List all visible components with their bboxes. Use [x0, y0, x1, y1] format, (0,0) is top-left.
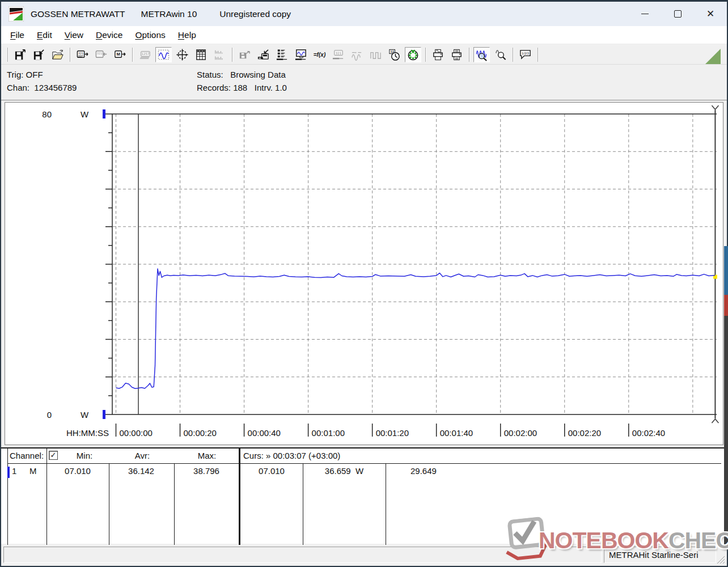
save-data-button[interactable] — [31, 47, 47, 62]
view-numeric-icon: 1257 — [138, 48, 151, 61]
toolbar-separator — [70, 48, 70, 62]
channel-list: Chan: 123456789 — [7, 83, 77, 92]
close-button[interactable]: ✕ — [694, 2, 727, 26]
time-settings-button[interactable]: 12 — [386, 47, 403, 62]
svg-text:00:00:40: 00:00:40 — [248, 428, 281, 438]
formula-button[interactable]: =f(x) — [311, 47, 328, 62]
channel-mode: M — [29, 466, 37, 476]
view-data-table-button[interactable] — [193, 47, 209, 62]
channel-config-button[interactable] — [274, 47, 290, 62]
svg-text:00:00:00: 00:00:00 — [120, 428, 153, 438]
avr-header: Avr: — [135, 451, 150, 460]
svg-text:00:02:00: 00:02:00 — [504, 428, 537, 438]
window-controls: ✕ — [628, 2, 727, 26]
resize-grip[interactable] — [716, 555, 725, 564]
zoom-out-button[interactable] — [492, 47, 509, 62]
save-chart-icon — [14, 48, 27, 61]
value-tooltip-button[interactable]: 1/2/3 — [517, 47, 534, 62]
print-chart-button[interactable] — [430, 47, 446, 62]
menu-file[interactable]: File — [4, 28, 31, 43]
device-monitor-button[interactable] — [293, 47, 309, 62]
zoom-mode-button[interactable] — [473, 47, 490, 62]
status-bar: METRAHit Starline-Seri — [1, 545, 727, 566]
table-border — [386, 463, 386, 545]
chart-plot[interactable]: 80W0WHH:MM:SS00:00:0000:00:2000:00:4000:… — [5, 103, 723, 445]
wave-markers-button[interactable] — [349, 47, 365, 62]
records-text: Records: 188 Intrv. 1.0 — [197, 83, 287, 92]
pulse-wave-icon — [369, 48, 382, 61]
corner-triangle-decoration — [705, 49, 721, 64]
svg-text:0: 0 — [47, 410, 52, 420]
read-from-device-button[interactable]: 321 — [74, 47, 91, 62]
svg-text:00:02:20: 00:02:20 — [568, 428, 601, 438]
svg-text:1/2/3: 1/2/3 — [522, 52, 529, 55]
export-transfer-button[interactable] — [236, 47, 253, 62]
status-text: Status: Browsing Data — [197, 70, 286, 79]
channel-stats-table: Channel: ✓ Min: Avr: Max: Curs: » 00:03:… — [1, 447, 727, 544]
memory-read-icon: M — [113, 48, 126, 61]
toolbar-separator — [7, 48, 8, 62]
screen-edge-artifact-red — [724, 295, 728, 316]
pulse-config-button[interactable] — [367, 47, 384, 62]
screen-edge-artifact-dark — [724, 316, 728, 546]
trigger-status: Trig: OFF — [7, 70, 43, 79]
save-data-icon — [32, 48, 45, 61]
view-line-chart-button[interactable] — [155, 47, 172, 62]
save-chart-button[interactable] — [12, 47, 28, 62]
open-file-icon — [51, 48, 64, 61]
cursor-right-value: 36.659 W — [325, 466, 363, 476]
formula-icon: =f(x) — [313, 48, 326, 61]
table-border — [174, 463, 175, 545]
channel-color-bar — [7, 467, 10, 478]
minimize-button[interactable] — [628, 2, 661, 26]
table-header-divider — [7, 463, 721, 464]
store-to-device-button[interactable] — [255, 47, 272, 62]
time-clock-icon: 12 — [388, 48, 401, 61]
send-to-device-button[interactable]: 321 — [93, 47, 109, 62]
view-xy-plot-button[interactable] — [174, 47, 191, 62]
toolbar: 321321M1257=f(x)321121/2/3 — [1, 45, 727, 65]
display-config-icon: 321 — [332, 48, 345, 61]
value-tooltip-icon: 1/2/3 — [519, 48, 532, 61]
read-memory-button[interactable]: M — [112, 47, 128, 62]
svg-text:=f(x): =f(x) — [314, 52, 326, 58]
display-config-button[interactable]: 321 — [330, 47, 346, 62]
channel-config-icon — [276, 48, 289, 61]
view-numeric-display-button[interactable]: 1257 — [137, 47, 153, 62]
open-file-button[interactable] — [49, 47, 66, 62]
menu-device[interactable]: Device — [90, 28, 129, 43]
max-value: 38.796 — [193, 466, 219, 476]
menu-options[interactable]: Options — [129, 28, 171, 43]
menu-view[interactable]: View — [58, 28, 90, 43]
menu-bar: FileEditViewDeviceOptionsHelp — [1, 26, 727, 44]
export-transfer-icon — [238, 48, 251, 61]
svg-text:80: 80 — [42, 109, 52, 119]
toolbar-separator — [232, 48, 232, 62]
table-border — [303, 463, 303, 545]
cursor-left-value: 07.010 — [259, 466, 285, 476]
window-title-app: METRAwin 10 — [141, 9, 197, 19]
cursor-difference-value: 29.649 — [410, 466, 437, 476]
svg-text:321: 321 — [336, 51, 342, 54]
device-send-icon: 321 — [95, 48, 108, 61]
chart-panel: 80W0WHH:MM:SS00:00:0000:00:2000:00:4000:… — [5, 102, 723, 445]
svg-text:321: 321 — [97, 52, 103, 55]
svg-text:HH:MM:SS: HH:MM:SS — [66, 428, 109, 438]
menu-help[interactable]: Help — [172, 28, 202, 43]
toolbar-separator — [537, 48, 538, 62]
maximize-button[interactable] — [661, 2, 694, 26]
print-button[interactable] — [448, 47, 465, 62]
channel-checkbox[interactable]: ✓ — [49, 451, 58, 460]
device-read-icon: 321 — [76, 48, 89, 61]
view-xy-icon — [176, 48, 189, 61]
svg-text:00:01:40: 00:01:40 — [440, 428, 473, 438]
record-timer-icon — [407, 48, 420, 61]
window-title-brand: GOSSEN METRAWATT — [31, 9, 125, 19]
menu-edit[interactable]: Edit — [31, 28, 58, 43]
svg-text:W: W — [81, 410, 89, 420]
record-timer-button[interactable] — [405, 47, 421, 62]
svg-text:00:01:20: 00:01:20 — [376, 428, 409, 438]
view-histogram-button[interactable] — [211, 47, 228, 62]
window-title-license: Unregistered copy — [219, 9, 291, 19]
app-logo-icon — [9, 6, 24, 22]
